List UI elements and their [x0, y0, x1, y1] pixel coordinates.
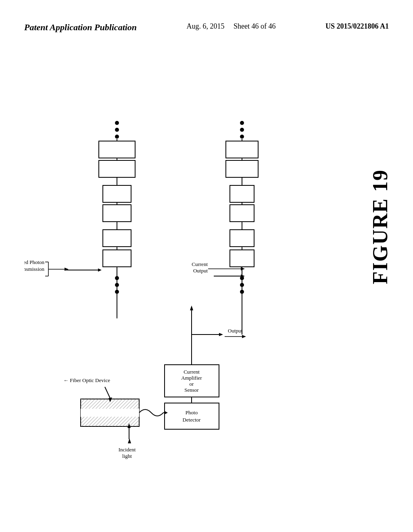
amp-label-2: Amplifier — [181, 375, 202, 381]
left-box-1 — [99, 141, 135, 158]
right-box-6 — [230, 250, 254, 267]
photo-det-label-1: Photo — [186, 409, 198, 416]
hs-label-2: Data Transmission — [24, 266, 44, 272]
sheet-info: Sheet 46 of 46 — [234, 22, 275, 30]
publication-date: Aug. 6, 2015 — [187, 22, 225, 30]
left-box-4 — [103, 205, 131, 222]
left-box-5 — [103, 230, 131, 247]
dot-left-b3 — [115, 290, 119, 294]
output-horiz-arrowhead — [219, 333, 223, 336]
fiber-arrow-line — [105, 387, 110, 398]
dot-left-2 — [115, 128, 119, 132]
co-arrowhead — [241, 267, 245, 270]
left-box-2 — [99, 160, 135, 177]
left-box-6 — [103, 250, 131, 267]
right-box-1 — [226, 141, 258, 158]
output-arrowhead-2 — [242, 335, 246, 338]
wavy-signal-line — [139, 409, 163, 416]
dot-right-1 — [240, 121, 244, 125]
dot-right-3 — [240, 135, 244, 139]
amp-label-3: or — [190, 381, 194, 387]
output-arrowhead — [190, 305, 193, 310]
current-output-label-1: Current — [192, 261, 208, 267]
output-label: Output — [228, 328, 243, 334]
diagram-svg: High-Speed Photon Data Transmission ← Fi… — [24, 52, 379, 516]
current-output-label-2: Output — [193, 268, 208, 274]
header-info: Aug. 6, 2015 Sheet 46 of 46 — [187, 22, 276, 31]
patent-number: US 2015/0221806 A1 — [325, 22, 389, 31]
hs-arrowhead — [98, 268, 102, 272]
dot-left-3 — [115, 135, 119, 139]
dot-right-b2 — [240, 283, 244, 287]
incident-label-2: light — [122, 453, 132, 459]
dot-left-1 — [115, 121, 119, 125]
right-box-3 — [230, 185, 254, 202]
fiber-label: ← Fiber Optic Device — [63, 377, 110, 383]
page-header: Patent Application Publication Aug. 6, 2… — [0, 0, 413, 33]
right-box-4 — [230, 205, 254, 222]
left-box-3 — [103, 185, 131, 202]
incident-label-1: Incident — [119, 447, 136, 453]
dot-left-b2 — [115, 283, 119, 287]
right-box-2 — [226, 160, 258, 177]
hs-label-1: High-Speed Photon — [24, 259, 44, 265]
dot-right-b3 — [240, 290, 244, 294]
photo-detector-box — [165, 403, 219, 429]
fiber-optic-center — [81, 409, 139, 417]
dot-left-b1 — [115, 276, 119, 280]
photo-det-label-2: Detector — [183, 417, 201, 423]
publication-title: Patent Application Publication — [24, 22, 137, 33]
amp-label-4: Sensor — [184, 387, 199, 393]
amp-label-1: Current — [184, 369, 200, 375]
dot-right-2 — [240, 128, 244, 132]
right-box-5 — [230, 230, 254, 247]
